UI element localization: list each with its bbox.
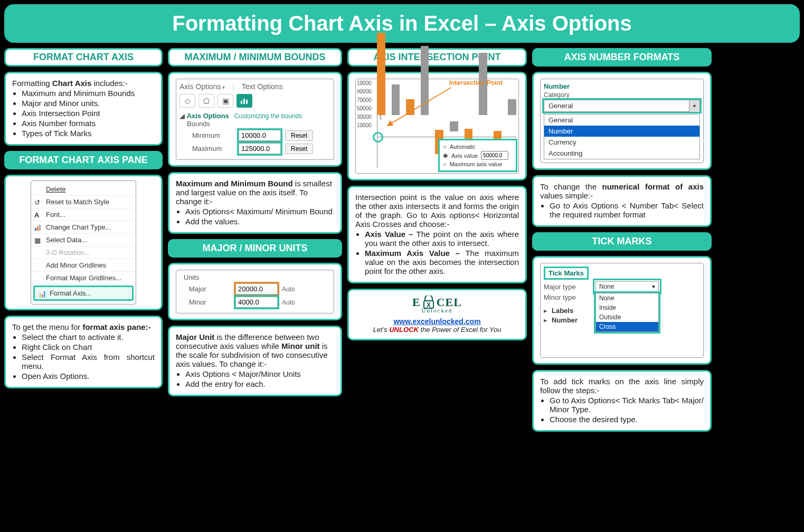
bullet: Axis Options< Maximum/ Minimum Bound [185,207,334,216]
bullet: Go to Axis Options < Number Tab< Select … [550,201,704,219]
tagline: Let's UNLOCK the Power of Excel for You [355,326,519,334]
label-labels[interactable]: Labels [552,307,573,315]
option-outside[interactable]: Outside [596,312,658,322]
menu-change-chart-type[interactable]: Change Chart Type... [31,221,136,234]
option-cross[interactable]: Cross [596,322,658,331]
tab-axis-options[interactable]: Axis Options [179,82,225,91]
card-bounds-pane: Axis Options | Text Options ◇ ⬠ ▣ ◢ Axis… [168,72,342,167]
menu-font[interactable]: AFont... [31,208,136,221]
bullet: Axis Number formats [22,119,155,128]
tab-text-options[interactable]: Text Options [242,82,283,91]
bullet: Maximum and Minimum Bounds [22,89,155,98]
card-units-desc: Major Unit is the difference between two… [168,326,342,396]
option-currency[interactable]: Currency [544,137,699,148]
bullet-list: Maximum and Minimum Bounds Major and Min… [22,89,155,138]
text-bold: format axis pane:- [82,322,150,331]
reset-maximum-button[interactable]: Reset [285,144,313,154]
menu-select-data[interactable]: ▦Select Data... [31,234,136,246]
bullet: Add the values. [185,217,334,226]
logo-subtitle: Unlocked [355,307,519,314]
axis-icon: 📊 [38,290,45,297]
menu-format-axis[interactable]: 📊Format Axis... [33,286,134,301]
heading-format-axis-pane: FORMAT CHART AXIS PANE [4,151,163,169]
effects-icon[interactable]: ⬠ [198,94,214,108]
option-number[interactable]: Number [544,126,699,137]
input-minor-unit[interactable] [235,297,278,308]
table-icon: ▦ [34,236,42,244]
text: values simple:- [540,191,593,200]
card-units-pane: Units Major Auto Minor Auto [168,263,342,320]
category-options: General Number Currency Accounting [544,114,700,159]
text: To add tick marks on the axis line simpl… [540,377,704,395]
label-minor-type: Minor type [544,293,591,301]
bullet-list: Go to Axis Options < Number Tab< Select … [550,201,704,219]
label-major-type: Major type [544,283,591,291]
fill-icon[interactable]: ◇ [179,94,195,108]
label-units: Units [184,273,330,281]
bullet: Types of Tick Marks [22,129,155,138]
bullet-list: Axis Options < Major/Minor Units Add the… [185,369,334,388]
option-none[interactable]: None [596,293,658,303]
reset-icon: ↺ [34,198,42,206]
card-bounds-desc: Maximum and Minimum Bound is smallest an… [168,172,342,234]
label-tick-marks: Tick Marks [544,267,589,280]
input-maximum-bound[interactable] [239,143,281,154]
bullet-list: Go to Axis Options< Tick Marks Tab< Majo… [550,396,704,424]
card-format-axis-pane-steps: To get the menu for format axis pane:- S… [4,316,163,388]
bullet: Select the chart to activate it. [22,332,155,341]
bullet: Maximum Axis Value – The maximum value o… [365,249,519,276]
label-number-section[interactable]: Number [552,316,578,324]
radio-icon[interactable]: ○ [443,161,447,167]
intersection-label: Intersection Point [449,79,503,87]
opt-automatic[interactable]: Automatic [450,144,476,150]
reset-minimum-button[interactable]: Reset [285,130,313,141]
chevron-down-icon[interactable]: ▾ [689,100,699,112]
option-inside[interactable]: Inside [596,303,658,312]
tick-type-options: None Inside Outside Cross [595,293,659,332]
bullet: Choose the desired type. [550,415,704,424]
bullet: Axis Value – The point on the axis where… [365,230,519,248]
radio-icon[interactable]: ◉ [443,152,448,159]
option-general[interactable]: General [544,115,699,126]
label-category: Category [544,91,700,99]
bullet: Select Format Axis from shortcut menu. [22,353,155,370]
menu-3d-rotation: 3-D Rotation... [31,246,136,259]
input-axis-value[interactable] [481,151,508,160]
card-context-menu: Delete ↺Reset to Match Style AFont... Ch… [4,175,163,310]
heading-major-minor-units: MAJOR / MINOR UNITS [168,239,342,258]
label-major: Major [189,285,231,293]
major-type-dropdown[interactable]: None▾ [595,281,659,292]
label-number: Number [544,82,700,90]
radio-icon[interactable]: ○ [443,144,447,150]
category-dropdown[interactable]: General ▾ [544,100,700,112]
label-bounds: Bounds [187,120,330,128]
input-major-unit[interactable] [235,283,278,294]
bullet: Add the entry for each. [185,379,334,388]
bar-chart-icon[interactable] [237,94,252,108]
size-icon[interactable]: ▣ [217,94,233,108]
menu-delete[interactable]: Delete [31,183,136,196]
number-format-pane: Number Category General ▾ General Number… [540,79,704,163]
label-maximum: Maximum [192,145,234,153]
card-intersection-chart: 10000 90000 70000 50000 30000 10000 [347,72,527,180]
bullet-list: Axis Options< Maximum/ Minimum Bound Add… [185,207,334,226]
label-minimum: Minimum [192,131,234,139]
input-minimum-bound[interactable] [239,130,281,141]
menu-reset-match-style[interactable]: ↺Reset to Match Style [31,196,136,208]
bullet: Right Click on Chart [22,343,155,352]
menu-format-major-gridlines[interactable]: Format Major Gridlines... [31,272,136,284]
opt-max-axis-value[interactable]: Maximum axis value [450,161,503,167]
website-link[interactable]: www.excelunlocked.com [393,317,480,326]
text: To get the menu for [12,322,82,331]
card-format-axis-intro: Formatting Chart Axis includes:- Maximum… [4,72,163,146]
intersection-chart: 10000 90000 70000 50000 30000 10000 [355,79,519,174]
svg-rect-5 [246,100,248,104]
text: Formatting [12,79,52,88]
heading-max-min-bounds: MAXIMUM / MINIMUM BOUNDS [168,48,342,66]
opt-axis-value[interactable]: Axis value [451,153,478,159]
y-axis-labels: 10000 90000 70000 50000 30000 10000 [357,79,372,130]
menu-add-minor-gridlines[interactable]: Add Minor Gridlines [31,259,136,272]
bullet: Open Axis Options. [22,372,155,381]
heading-axis-number-formats: AXIS NUMBER FORMATS [532,48,712,66]
option-accounting[interactable]: Accounting [544,148,699,159]
